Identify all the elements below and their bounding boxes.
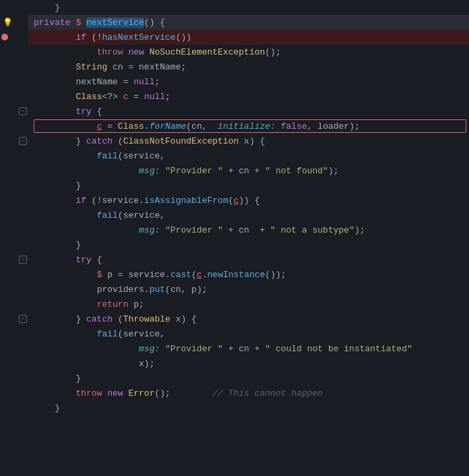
gutter-row-19: [0, 267, 28, 282]
gutter-row-26: [0, 371, 28, 386]
gutter-row-25: [0, 356, 28, 371]
code-line-26: }: [28, 371, 469, 386]
gutter-row-20: [0, 282, 28, 297]
gutter-row-11: [0, 148, 28, 163]
code-line-3: if (!hasNextService()): [28, 30, 469, 44]
bulb-icon[interactable]: 💡: [3, 18, 13, 28]
gutter-row-4: [0, 44, 28, 59]
code-line-12: msg: "Provider " + cn + " not found");: [28, 163, 469, 178]
gutter-row-21: [0, 297, 28, 311]
code-line-27: throw new Error(); // This cannot happen: [28, 386, 469, 400]
code-line-19: $ p = service.cast(c.newInstance());: [28, 267, 469, 282]
code-line-16: msg: "Provider " + cn + " not a subtype"…: [28, 222, 469, 237]
code-line-13: }: [28, 178, 469, 193]
code-line-7: Class<?> c = null;: [28, 89, 469, 104]
gutter-row-14: [0, 193, 28, 208]
code-line-25: x);: [28, 356, 469, 371]
gutter-row-16: [0, 222, 28, 237]
gutter-row-23: [0, 326, 28, 341]
code-line-15: fail(service,: [28, 208, 469, 222]
code-line-17: }: [28, 237, 469, 252]
gutter-row-8: −: [0, 104, 28, 119]
code-line-8: try {: [28, 104, 469, 119]
code-line-4: throw new NoSuchElementException();: [28, 44, 469, 59]
gutter-row-3[interactable]: [0, 30, 28, 44]
gutter-row-6: [0, 74, 28, 89]
gutter-row-28: [0, 400, 28, 415]
gutter-row-13: [0, 178, 28, 193]
fold-icon-22[interactable]: −: [19, 315, 27, 323]
gutter-row-17: [0, 237, 28, 252]
code-line-10: } catch (ClassNotFoundException x) {: [28, 133, 469, 148]
gutter-row-5: [0, 59, 28, 74]
code-line-23: fail(service,: [28, 326, 469, 341]
code-line-28: }: [28, 400, 469, 415]
gutter-row-7: [0, 89, 28, 104]
gutter-row-1: [0, 0, 28, 15]
gutter-row-2: 💡: [0, 15, 28, 30]
code-line-22: } catch (Throwable x) {: [28, 311, 469, 326]
code-line-5: String cn = nextName;: [28, 59, 469, 74]
code-line-11: fail(service,: [28, 148, 469, 163]
code-line-2: private $ nextService() {: [28, 15, 469, 30]
gutter-row-24: [0, 341, 28, 356]
gutter-row-27: [0, 386, 28, 400]
code-line-18: try {: [28, 252, 469, 267]
code-line-24: msg: "Provider " + cn + " could not be i…: [28, 341, 469, 356]
gutter-row-15: [0, 208, 28, 222]
fold-icon-10[interactable]: −: [19, 137, 27, 145]
fold-icon-8[interactable]: −: [19, 107, 27, 115]
gutter-row-9: [0, 119, 28, 133]
gutter: 💡 − − −: [0, 0, 28, 476]
code-editor: 💡 − − −: [0, 0, 469, 476]
code-line-9: c = Class.forName(cn, initialize: false,…: [28, 119, 469, 133]
code-lines: } private $ nextService() { if (!hasNext…: [28, 0, 469, 476]
fold-icon-18[interactable]: −: [19, 256, 27, 264]
code-line-1: }: [28, 0, 469, 15]
code-line-6: nextName = null;: [28, 74, 469, 89]
gutter-row-10: −: [0, 133, 28, 148]
code-line-21: return p;: [28, 297, 469, 311]
gutter-row-22: −: [0, 311, 28, 326]
gutter-row-12: [0, 163, 28, 178]
gutter-row-18: −: [0, 252, 28, 267]
code-line-14: if (!service.isAssignableFrom(c)) {: [28, 193, 469, 208]
breakpoint-icon[interactable]: [1, 34, 8, 40]
code-line-20: providers.put(cn, p);: [28, 282, 469, 297]
